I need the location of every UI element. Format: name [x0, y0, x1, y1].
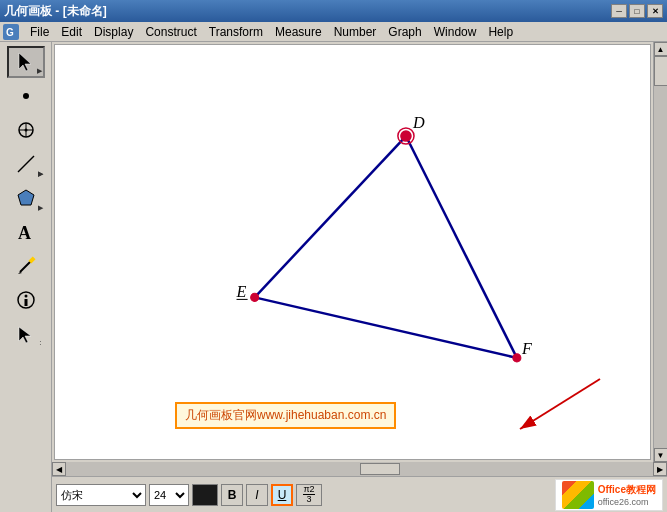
menu-file[interactable]: File: [24, 24, 55, 40]
svg-line-20: [255, 297, 517, 358]
menu-graph[interactable]: Graph: [382, 24, 427, 40]
office-icon: [562, 481, 594, 509]
svg-point-27: [513, 354, 521, 362]
main-container: ▶ ▶ ▶: [0, 42, 667, 512]
scroll-left-button[interactable]: ◀: [52, 462, 66, 476]
menu-transform[interactable]: Transform: [203, 24, 269, 40]
svg-marker-12: [18, 272, 22, 274]
menu-number[interactable]: Number: [328, 24, 383, 40]
svg-rect-16: [24, 299, 27, 306]
menu-display[interactable]: Display: [88, 24, 139, 40]
scroll-thumb-v[interactable]: [654, 56, 668, 86]
fraction-button[interactable]: π2 3: [296, 484, 322, 506]
tool-arrow-indicator: ▶: [37, 67, 42, 75]
office-logo-area: Office教程网 office26.com: [555, 479, 663, 511]
svg-point-24: [251, 293, 259, 301]
scroll-right-button[interactable]: ▶: [653, 462, 667, 476]
maximize-button[interactable]: □: [629, 4, 645, 18]
marker-tool-button[interactable]: [7, 250, 45, 282]
svg-line-18: [255, 136, 406, 297]
svg-point-3: [23, 93, 29, 99]
titlebar: 几何画板 - [未命名] ─ □ ✕: [0, 0, 667, 22]
scroll-up-button[interactable]: ▲: [654, 42, 668, 56]
scroll-down-button[interactable]: ▼: [654, 448, 668, 462]
office-text: Office教程网 office26.com: [598, 483, 656, 507]
point-tool-button[interactable]: [7, 80, 45, 112]
menu-edit[interactable]: Edit: [55, 24, 88, 40]
svg-text:F: F: [521, 340, 532, 357]
svg-text:E: E: [236, 283, 247, 300]
info-tool-button[interactable]: [7, 284, 45, 316]
font-size-select[interactable]: 24: [149, 484, 189, 506]
circle-tool-button[interactable]: [7, 114, 45, 146]
underline-button[interactable]: U: [271, 484, 293, 506]
close-button[interactable]: ✕: [647, 4, 663, 18]
tool-arrow-indicator2: ▶: [38, 170, 43, 178]
scroll-track-h[interactable]: [66, 462, 653, 476]
svg-line-30: [520, 379, 600, 429]
titlebar-title: 几何画板 - [未命名]: [4, 3, 107, 20]
svg-line-8: [18, 156, 34, 172]
segment-tool-button[interactable]: ▶ ▶: [7, 148, 45, 180]
arrow-annotation: [490, 369, 610, 449]
svg-point-15: [24, 295, 27, 298]
canvas-scroll-area: D E F 几何画板官网www.jihehuaban.com.cn: [52, 42, 667, 462]
menu-help[interactable]: Help: [482, 24, 519, 40]
minimize-button[interactable]: ─: [611, 4, 627, 18]
tool-arrow-indicator3: ▶: [38, 204, 43, 212]
drawing-canvas[interactable]: D E F 几何画板官网www.jihehuaban.com.cn: [54, 44, 651, 460]
horizontal-scrollbar[interactable]: ◀ ▶: [52, 462, 667, 476]
app-icon: G: [2, 23, 20, 41]
text-tool-button[interactable]: A: [7, 216, 45, 248]
svg-marker-9: [18, 190, 34, 205]
svg-line-19: [406, 136, 517, 358]
canvas-area: D E F 几何画板官网www.jihehuaban.com.cn: [52, 42, 667, 512]
menu-construct[interactable]: Construct: [139, 24, 202, 40]
format-bar: 仿宋 24 B I U π2 3: [52, 476, 667, 512]
menu-window[interactable]: Window: [428, 24, 483, 40]
menubar: G File Edit Display Construct Transform …: [0, 22, 667, 42]
titlebar-buttons: ─ □ ✕: [611, 4, 663, 18]
select-tool-button[interactable]: ▶: [7, 46, 45, 78]
vertical-scrollbar[interactable]: ▲ ▼: [653, 42, 667, 462]
watermark-text: 几何画板官网www.jihehuaban.com.cn: [175, 402, 396, 429]
svg-point-7: [24, 129, 27, 132]
svg-marker-17: [19, 327, 31, 343]
left-toolbar: ▶ ▶ ▶: [0, 42, 52, 512]
svg-text:D: D: [412, 114, 425, 131]
svg-point-21: [401, 131, 411, 141]
svg-text:A: A: [18, 223, 31, 243]
svg-marker-2: [19, 53, 31, 71]
svg-text:G: G: [6, 27, 14, 38]
bold-button[interactable]: B: [221, 484, 243, 506]
menu-measure[interactable]: Measure: [269, 24, 328, 40]
polygon-tool-button[interactable]: ▶: [7, 182, 45, 214]
color-picker[interactable]: [192, 484, 218, 506]
font-family-select[interactable]: 仿宋: [56, 484, 146, 506]
scroll-track-v[interactable]: [654, 56, 668, 448]
scroll-thumb-h[interactable]: [360, 463, 400, 475]
navigate-tool-button[interactable]: :: [7, 318, 45, 350]
italic-button[interactable]: I: [246, 484, 268, 506]
